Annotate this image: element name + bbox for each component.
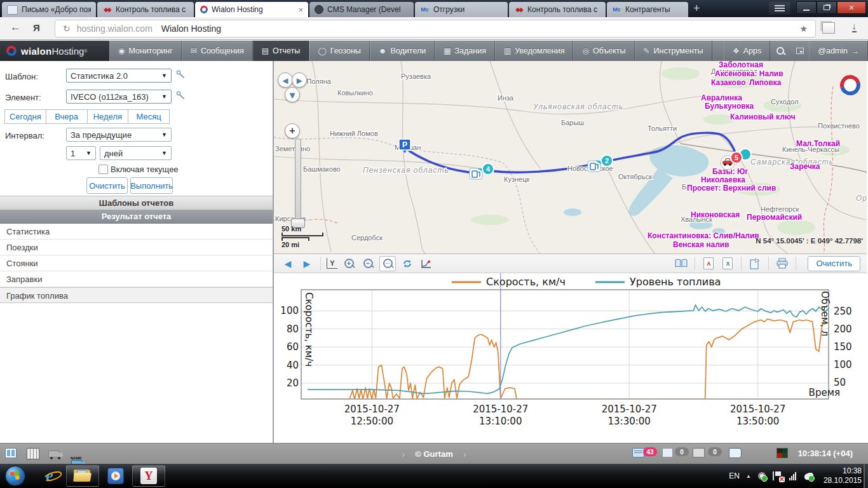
execute-button[interactable]: Выполнить — [130, 177, 173, 194]
new-tab-button[interactable]: + — [693, 2, 700, 15]
browser-tab-7[interactable]: McКонтрагенты — [607, 2, 688, 17]
action-center-flag-icon[interactable]: ✕ — [773, 471, 783, 480]
browser-tab-5[interactable]: McОтгрузки — [415, 2, 508, 17]
template-select[interactable]: Статистика 2.0▼ — [66, 69, 172, 83]
download-icon[interactable]: ↓ — [852, 21, 857, 32]
media-icon[interactable] — [693, 448, 705, 458]
apps-button[interactable]: ❖ Apps — [724, 41, 770, 61]
tab-close-icon[interactable]: × — [298, 5, 303, 15]
map-pan-right-button[interactable]: ▸ — [292, 72, 307, 88]
export-excel-button[interactable]: X — [720, 257, 735, 271]
browser-tab-2[interactable]: ◆◆Контроль топлива с — [97, 2, 194, 17]
interval-mode-select[interactable]: За предыдущие▼ — [66, 128, 172, 142]
nav-monitoring[interactable]: ◉Мониторинг — [109, 41, 182, 61]
network-signal-icon[interactable] — [789, 471, 798, 480]
browser-tab-3[interactable]: Wialon Hosting× — [195, 2, 308, 17]
template-settings-wrench-icon[interactable] — [176, 70, 186, 79]
marker-point-2[interactable]: 2 — [601, 155, 613, 166]
export-pdf-button[interactable]: A — [701, 257, 716, 271]
clear-button[interactable]: Очистить — [86, 177, 128, 194]
window-restore-button[interactable] — [817, 1, 837, 14]
print-button[interactable] — [775, 257, 790, 271]
search-icon[interactable] — [776, 47, 785, 55]
cloud-sync-icon[interactable] — [804, 471, 813, 480]
chart-canvas[interactable]: 20406080100501001502002502015-10-2712:50… — [274, 273, 867, 443]
extension-icon[interactable] — [822, 22, 835, 34]
back-button[interactable]: ← — [10, 21, 21, 34]
chevron-right-icon[interactable]: › — [463, 449, 466, 459]
interval-count-select[interactable]: 1▼ — [66, 146, 96, 160]
taskbar-media-player[interactable] — [99, 465, 132, 487]
marker-fuel[interactable] — [588, 161, 600, 172]
nav-messages[interactable]: ✉Сообщения — [182, 41, 253, 61]
notifications-log-icon[interactable] — [662, 448, 673, 458]
chart-zoom-select-button[interactable]: ⋯ — [379, 256, 396, 271]
start-button[interactable] — [5, 466, 25, 486]
nav-reports[interactable]: ▤Отчеты — [253, 41, 309, 61]
chart-report-button[interactable] — [674, 257, 689, 271]
copyright[interactable]: © Gurtam — [415, 449, 452, 459]
nav-jobs[interactable]: ▦Задания — [435, 41, 495, 61]
interval-unit-select[interactable]: дней▼ — [100, 146, 172, 160]
chart-zoom-out-button[interactable]: − — [360, 257, 376, 271]
nav-geofences[interactable]: ◯Геозоны — [309, 41, 370, 61]
chart-zoom-in-button[interactable]: + — [341, 257, 356, 271]
chart-next-button[interactable]: ▶ — [299, 257, 315, 271]
taskbar-explorer[interactable] — [66, 465, 99, 487]
user-menu[interactable]: @admin → — [809, 41, 868, 61]
templates-section-header[interactable]: Шаблоны отчетов — [0, 196, 273, 210]
map-zoom-in-button[interactable]: + — [285, 123, 300, 139]
export-file-button[interactable] — [747, 257, 763, 271]
window-minimize-button[interactable] — [796, 1, 817, 14]
tray-expand-icon[interactable]: ▲ — [746, 473, 751, 479]
result-item-4[interactable]: Заправки — [0, 271, 273, 287]
include-current-checkbox[interactable] — [98, 165, 108, 174]
range-button-3[interactable]: Неделя — [87, 109, 129, 124]
window-close-button[interactable]: ✕ — [837, 1, 866, 14]
nav-drivers[interactable]: ☻Водители — [370, 41, 435, 61]
range-button-2[interactable]: Вчера — [46, 109, 88, 124]
marker-fuel[interactable] — [470, 168, 482, 179]
taskbar-yandex-browser[interactable]: Y — [132, 465, 165, 487]
nav-notifications[interactable]: ▥Уведомления — [495, 41, 574, 61]
range-button-4[interactable]: Месяц — [128, 109, 170, 124]
browser-tab-6[interactable]: ◆◆Контроль топлива с — [509, 2, 606, 17]
browser-tab-4[interactable]: CMS Manager (Devel — [309, 2, 414, 17]
chart-clear-button[interactable]: Очистить — [808, 256, 860, 271]
chart-prev-button[interactable]: ◀ — [280, 257, 295, 271]
sync-ok-icon[interactable] — [757, 471, 766, 480]
log-book-icon[interactable] — [729, 448, 742, 458]
range-button-1[interactable]: Сегодня — [4, 109, 46, 124]
bookmark-star-icon[interactable]: ★ — [799, 24, 808, 34]
messages-icon[interactable] — [632, 448, 644, 458]
show-desktop-button[interactable] — [864, 464, 868, 488]
map[interactable]: Зубова ПолянаКовылкиноРузаевкаИнзаУльяно… — [274, 61, 867, 254]
browser-tab-1[interactable]: Письмо «Добро пож — [2, 2, 96, 17]
chart-refresh-button[interactable] — [400, 257, 415, 271]
nav-units[interactable]: ◎Объекты — [573, 41, 634, 61]
expand-icon[interactable] — [796, 48, 804, 54]
marker-point-red-5[interactable]: 5 — [731, 152, 742, 163]
result-item-1[interactable]: Статистика — [0, 224, 273, 240]
map-pan-down-button[interactable]: ▾ — [285, 87, 300, 102]
result-item-3[interactable]: Стоянки — [0, 255, 273, 271]
map-pan-left-button[interactable]: ◂ — [278, 72, 293, 88]
apps-mosaic-icon[interactable] — [776, 448, 788, 458]
chevron-left-icon[interactable]: › — [402, 449, 405, 459]
browser-menu-button[interactable] — [769, 2, 790, 15]
yandex-browser-icon[interactable]: Я — [33, 22, 40, 33]
result-section-header[interactable]: Результат отчета — [0, 210, 273, 224]
result-item-2[interactable]: Поездки — [0, 240, 273, 255]
marker-point-4[interactable]: 4 — [482, 163, 494, 175]
reload-icon[interactable]: ↻ — [63, 24, 71, 34]
chart-y-axis-button[interactable]: Y — [327, 258, 337, 269]
url-field[interactable]: ↻ hosting.wialon.com Wialon Hosting ★ — [55, 20, 816, 37]
nav-tools[interactable]: ✎Инструменты — [635, 41, 712, 61]
map-zoom-slider[interactable] — [295, 139, 301, 229]
taskbar-ie[interactable]: e — [33, 465, 66, 487]
language-indicator[interactable]: EN — [729, 471, 740, 480]
unit-settings-wrench-icon[interactable] — [176, 91, 186, 100]
result-item-5[interactable]: График топлива — [0, 287, 273, 303]
chart-trend-button[interactable] — [419, 257, 434, 271]
taskbar-clock[interactable]: 10:38 28.10.2015 — [824, 466, 862, 485]
